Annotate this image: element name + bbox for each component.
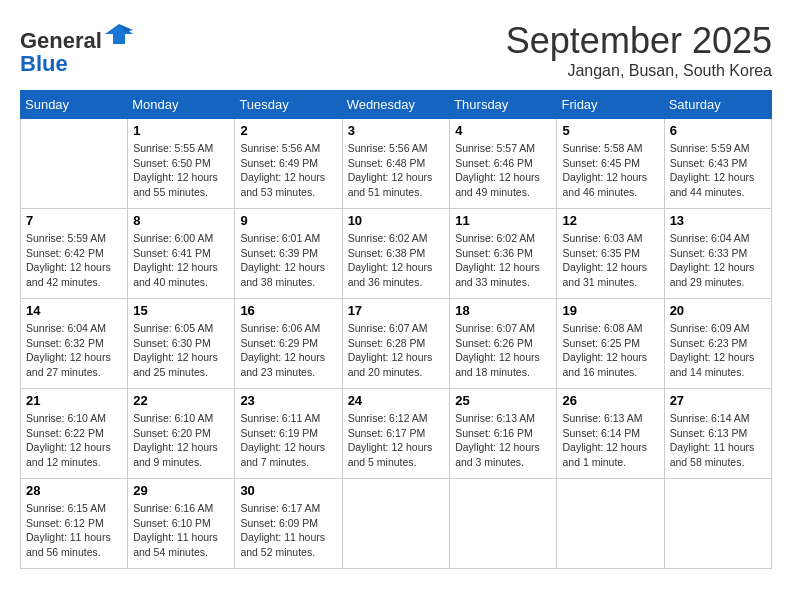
day-info: Sunrise: 6:07 AMSunset: 6:26 PMDaylight:…	[455, 321, 551, 380]
day-number: 7	[26, 213, 122, 228]
day-number: 28	[26, 483, 122, 498]
day-number: 30	[240, 483, 336, 498]
day-cell-30: 30Sunrise: 6:17 AMSunset: 6:09 PMDayligh…	[235, 479, 342, 569]
day-cell-28: 28Sunrise: 6:15 AMSunset: 6:12 PMDayligh…	[21, 479, 128, 569]
location-subtitle: Jangan, Busan, South Korea	[506, 62, 772, 80]
day-info: Sunrise: 6:02 AMSunset: 6:38 PMDaylight:…	[348, 231, 445, 290]
day-cell-7: 7Sunrise: 5:59 AMSunset: 6:42 PMDaylight…	[21, 209, 128, 299]
day-number: 21	[26, 393, 122, 408]
day-info: Sunrise: 5:55 AMSunset: 6:50 PMDaylight:…	[133, 141, 229, 200]
day-number: 24	[348, 393, 445, 408]
day-number: 1	[133, 123, 229, 138]
day-cell-5: 5Sunrise: 5:58 AMSunset: 6:45 PMDaylight…	[557, 119, 664, 209]
day-cell-4: 4Sunrise: 5:57 AMSunset: 6:46 PMDaylight…	[450, 119, 557, 209]
day-number: 6	[670, 123, 766, 138]
day-number: 2	[240, 123, 336, 138]
day-info: Sunrise: 6:12 AMSunset: 6:17 PMDaylight:…	[348, 411, 445, 470]
day-cell-18: 18Sunrise: 6:07 AMSunset: 6:26 PMDayligh…	[450, 299, 557, 389]
day-number: 29	[133, 483, 229, 498]
day-number: 26	[562, 393, 658, 408]
day-cell-6: 6Sunrise: 5:59 AMSunset: 6:43 PMDaylight…	[664, 119, 771, 209]
day-number: 27	[670, 393, 766, 408]
day-cell-8: 8Sunrise: 6:00 AMSunset: 6:41 PMDaylight…	[128, 209, 235, 299]
day-cell-19: 19Sunrise: 6:08 AMSunset: 6:25 PMDayligh…	[557, 299, 664, 389]
day-info: Sunrise: 6:04 AMSunset: 6:32 PMDaylight:…	[26, 321, 122, 380]
day-number: 20	[670, 303, 766, 318]
day-number: 15	[133, 303, 229, 318]
title-block: September 2025 Jangan, Busan, South Kore…	[506, 20, 772, 80]
weekday-header-tuesday: Tuesday	[235, 91, 342, 119]
page-header: General Blue September 2025 Jangan, Busa…	[20, 20, 772, 80]
calendar-table: SundayMondayTuesdayWednesdayThursdayFrid…	[20, 90, 772, 569]
day-info: Sunrise: 5:58 AMSunset: 6:45 PMDaylight:…	[562, 141, 658, 200]
month-title: September 2025	[506, 20, 772, 62]
day-info: Sunrise: 6:16 AMSunset: 6:10 PMDaylight:…	[133, 501, 229, 560]
day-info: Sunrise: 6:05 AMSunset: 6:30 PMDaylight:…	[133, 321, 229, 380]
day-info: Sunrise: 6:01 AMSunset: 6:39 PMDaylight:…	[240, 231, 336, 290]
day-cell-15: 15Sunrise: 6:05 AMSunset: 6:30 PMDayligh…	[128, 299, 235, 389]
weekday-header-sunday: Sunday	[21, 91, 128, 119]
logo-bird-icon	[105, 20, 133, 53]
day-info: Sunrise: 6:13 AMSunset: 6:14 PMDaylight:…	[562, 411, 658, 470]
day-info: Sunrise: 6:04 AMSunset: 6:33 PMDaylight:…	[670, 231, 766, 290]
day-info: Sunrise: 6:14 AMSunset: 6:13 PMDaylight:…	[670, 411, 766, 470]
empty-cell	[450, 479, 557, 569]
day-info: Sunrise: 5:59 AMSunset: 6:42 PMDaylight:…	[26, 231, 122, 290]
day-cell-11: 11Sunrise: 6:02 AMSunset: 6:36 PMDayligh…	[450, 209, 557, 299]
week-row-1: 1Sunrise: 5:55 AMSunset: 6:50 PMDaylight…	[21, 119, 772, 209]
day-number: 11	[455, 213, 551, 228]
day-cell-10: 10Sunrise: 6:02 AMSunset: 6:38 PMDayligh…	[342, 209, 450, 299]
day-cell-17: 17Sunrise: 6:07 AMSunset: 6:28 PMDayligh…	[342, 299, 450, 389]
day-number: 9	[240, 213, 336, 228]
day-info: Sunrise: 6:00 AMSunset: 6:41 PMDaylight:…	[133, 231, 229, 290]
day-info: Sunrise: 5:56 AMSunset: 6:49 PMDaylight:…	[240, 141, 336, 200]
day-cell-1: 1Sunrise: 5:55 AMSunset: 6:50 PMDaylight…	[128, 119, 235, 209]
day-number: 17	[348, 303, 445, 318]
day-number: 5	[562, 123, 658, 138]
day-cell-27: 27Sunrise: 6:14 AMSunset: 6:13 PMDayligh…	[664, 389, 771, 479]
day-info: Sunrise: 6:06 AMSunset: 6:29 PMDaylight:…	[240, 321, 336, 380]
day-cell-25: 25Sunrise: 6:13 AMSunset: 6:16 PMDayligh…	[450, 389, 557, 479]
weekday-header-friday: Friday	[557, 91, 664, 119]
day-cell-24: 24Sunrise: 6:12 AMSunset: 6:17 PMDayligh…	[342, 389, 450, 479]
weekday-header-row: SundayMondayTuesdayWednesdayThursdayFrid…	[21, 91, 772, 119]
day-cell-29: 29Sunrise: 6:16 AMSunset: 6:10 PMDayligh…	[128, 479, 235, 569]
empty-cell	[342, 479, 450, 569]
day-info: Sunrise: 6:02 AMSunset: 6:36 PMDaylight:…	[455, 231, 551, 290]
empty-cell	[557, 479, 664, 569]
day-info: Sunrise: 6:10 AMSunset: 6:20 PMDaylight:…	[133, 411, 229, 470]
day-cell-23: 23Sunrise: 6:11 AMSunset: 6:19 PMDayligh…	[235, 389, 342, 479]
day-number: 23	[240, 393, 336, 408]
week-row-3: 14Sunrise: 6:04 AMSunset: 6:32 PMDayligh…	[21, 299, 772, 389]
day-cell-9: 9Sunrise: 6:01 AMSunset: 6:39 PMDaylight…	[235, 209, 342, 299]
day-number: 22	[133, 393, 229, 408]
day-number: 12	[562, 213, 658, 228]
day-number: 13	[670, 213, 766, 228]
weekday-header-monday: Monday	[128, 91, 235, 119]
day-info: Sunrise: 6:03 AMSunset: 6:35 PMDaylight:…	[562, 231, 658, 290]
empty-cell	[664, 479, 771, 569]
day-cell-13: 13Sunrise: 6:04 AMSunset: 6:33 PMDayligh…	[664, 209, 771, 299]
day-info: Sunrise: 5:56 AMSunset: 6:48 PMDaylight:…	[348, 141, 445, 200]
day-cell-16: 16Sunrise: 6:06 AMSunset: 6:29 PMDayligh…	[235, 299, 342, 389]
day-number: 18	[455, 303, 551, 318]
day-info: Sunrise: 6:09 AMSunset: 6:23 PMDaylight:…	[670, 321, 766, 380]
day-cell-22: 22Sunrise: 6:10 AMSunset: 6:20 PMDayligh…	[128, 389, 235, 479]
logo-blue: Blue	[20, 53, 133, 75]
logo-general: General	[20, 28, 102, 53]
day-info: Sunrise: 6:13 AMSunset: 6:16 PMDaylight:…	[455, 411, 551, 470]
day-cell-12: 12Sunrise: 6:03 AMSunset: 6:35 PMDayligh…	[557, 209, 664, 299]
day-number: 14	[26, 303, 122, 318]
day-cell-20: 20Sunrise: 6:09 AMSunset: 6:23 PMDayligh…	[664, 299, 771, 389]
day-number: 25	[455, 393, 551, 408]
week-row-5: 28Sunrise: 6:15 AMSunset: 6:12 PMDayligh…	[21, 479, 772, 569]
day-info: Sunrise: 6:10 AMSunset: 6:22 PMDaylight:…	[26, 411, 122, 470]
weekday-header-thursday: Thursday	[450, 91, 557, 119]
day-number: 16	[240, 303, 336, 318]
day-cell-26: 26Sunrise: 6:13 AMSunset: 6:14 PMDayligh…	[557, 389, 664, 479]
day-number: 4	[455, 123, 551, 138]
day-info: Sunrise: 6:11 AMSunset: 6:19 PMDaylight:…	[240, 411, 336, 470]
day-info: Sunrise: 5:57 AMSunset: 6:46 PMDaylight:…	[455, 141, 551, 200]
weekday-header-saturday: Saturday	[664, 91, 771, 119]
week-row-2: 7Sunrise: 5:59 AMSunset: 6:42 PMDaylight…	[21, 209, 772, 299]
